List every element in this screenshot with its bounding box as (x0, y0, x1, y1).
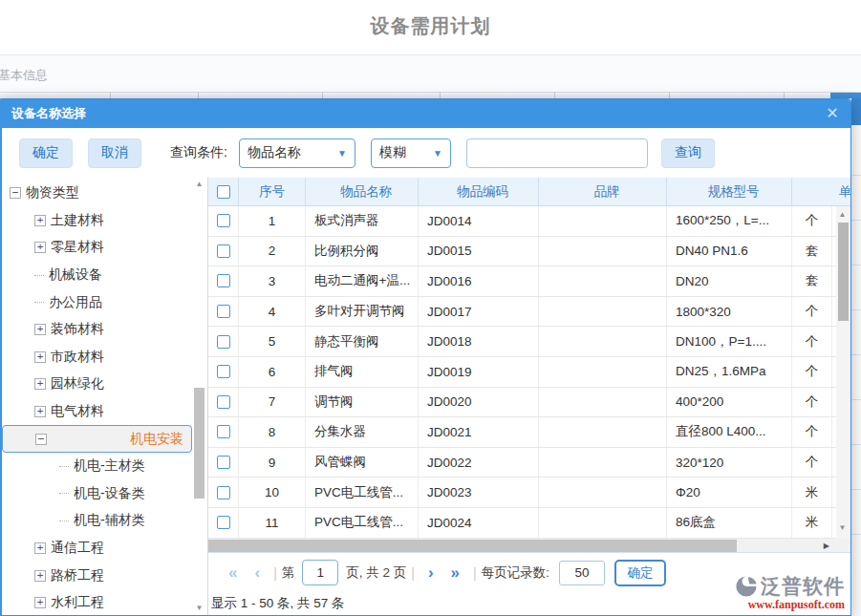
row-checkbox[interactable] (217, 456, 230, 469)
tree-item-label: 装饰材料 (51, 321, 104, 338)
tree-item-3[interactable]: 机械设备 (2, 262, 207, 289)
scroll-right-icon[interactable]: ▶ (824, 542, 829, 550)
tree-item-10[interactable]: 机电-主材类 (2, 453, 207, 480)
select-all-checkbox[interactable] (217, 185, 230, 199)
tree-item-7[interactable]: +园林绿化 (2, 371, 207, 398)
confirm-button[interactable]: 确定 (19, 138, 73, 168)
tree-item-2[interactable]: +零星材料 (2, 234, 207, 262)
cell-no: 7 (239, 388, 306, 417)
row-checkbox[interactable] (217, 365, 230, 378)
scroll-up-icon[interactable]: ▲ (836, 210, 849, 220)
tree-item-1[interactable]: +土建材料 (2, 207, 207, 235)
table-row[interactable]: 6排气阀JD0019DN25，1.6MPa个 (208, 357, 850, 388)
cell-brand (539, 327, 667, 356)
table-row[interactable]: 1板式消声器JD00141600*250，L=...个 (208, 206, 850, 237)
collapse-icon[interactable]: − (10, 187, 21, 199)
tree-item-14[interactable]: +路桥工程 (2, 562, 207, 589)
match-mode-select[interactable]: 模糊 ▼ (371, 138, 451, 168)
vendor-logo: 泛普软件 www.fanpusoft.com (719, 573, 845, 612)
tree-item-8[interactable]: +电气材料 (2, 398, 207, 426)
cell-no: 1 (239, 206, 306, 236)
h-scrollbar-thumb[interactable] (208, 540, 737, 552)
tree-item-4[interactable]: 办公用品 (2, 288, 207, 316)
tree-item-12[interactable]: 机电-辅材类 (2, 507, 207, 535)
expand-icon[interactable]: + (34, 406, 46, 417)
expand-icon[interactable]: + (34, 378, 46, 390)
tree-item-0[interactable]: −物资类型 (2, 180, 207, 207)
row-checkbox-cell (208, 448, 239, 478)
tree-scrollbar[interactable]: ▲ ▼ (193, 180, 205, 613)
row-checkbox[interactable] (217, 516, 230, 529)
first-page-icon[interactable]: « (228, 564, 237, 581)
table-row[interactable]: 8分集水器JD0021直径800 L400...个 (208, 417, 850, 448)
column-header-code[interactable]: 物品编码 (419, 178, 539, 205)
row-checkbox-cell (208, 327, 239, 356)
cancel-button[interactable]: 取消 (88, 138, 141, 168)
tree-item-13[interactable]: +通信工程 (2, 535, 207, 563)
row-checkbox[interactable] (217, 395, 230, 409)
close-icon[interactable]: ✕ (824, 106, 841, 121)
table-row[interactable]: 9风管蝶阀JD0022320*120个 (208, 448, 850, 478)
table-row[interactable]: 2比例积分阀JD0015DN40 PN1.6套 (208, 237, 850, 267)
search-button[interactable]: 查询 (661, 138, 715, 168)
expand-icon[interactable]: + (34, 570, 46, 582)
table-row[interactable]: 11PVC电工线管...JD002486底盒米 (208, 508, 850, 539)
row-checkbox[interactable] (217, 486, 230, 499)
tree-item-5[interactable]: +装饰材料 (2, 316, 207, 344)
dialog-toolbar: 确定 取消 查询条件: 物品名称 ▼ 模糊 ▼ 查询 (2, 128, 850, 178)
cell-code: JD0019 (419, 357, 539, 387)
tree-connector (34, 275, 44, 276)
table-vertical-scrollbar[interactable]: ▲ ▼ (836, 206, 850, 539)
scroll-down-icon[interactable]: ▼ (836, 523, 849, 533)
page-number-input[interactable] (302, 560, 338, 585)
row-checkbox[interactable] (217, 274, 230, 287)
search-input[interactable] (466, 138, 648, 168)
page-size-apply-button[interactable]: 确定 (614, 560, 666, 586)
expand-icon[interactable]: + (34, 351, 46, 363)
tree-item-15[interactable]: +水利工程 (2, 589, 207, 615)
tree-scrollbar-thumb[interactable] (194, 388, 204, 499)
row-checkbox[interactable] (217, 425, 230, 438)
table-row[interactable]: 10PVC电工线管...JD0023Φ20米 (208, 478, 850, 508)
row-checkbox-cell (208, 508, 239, 538)
expand-icon[interactable]: + (34, 542, 46, 554)
table-horizontal-scrollbar[interactable]: ▶ (208, 539, 850, 553)
column-header-no[interactable]: 序号 (239, 178, 306, 205)
column-header-brand[interactable]: 品牌 (539, 178, 667, 205)
table-row[interactable]: 5静态平衡阀JD0018DN100，P=1....个 (208, 327, 850, 357)
row-checkbox[interactable] (217, 214, 230, 227)
row-checkbox-cell (208, 417, 239, 447)
tree-item-6[interactable]: +市政材料 (2, 344, 207, 372)
dialog-titlebar[interactable]: 设备名称选择 ✕ (2, 99, 850, 128)
expand-icon[interactable]: + (34, 324, 46, 335)
cell-no: 4 (239, 297, 306, 327)
tree-connector (34, 302, 44, 303)
scroll-up-icon[interactable]: ▲ (193, 180, 205, 189)
page-size-input[interactable] (559, 561, 605, 585)
column-header-unit[interactable]: 单位 (792, 178, 850, 205)
tree-item-label: 市政材料 (51, 349, 104, 366)
row-checkbox[interactable] (217, 335, 230, 349)
prev-page-icon[interactable]: ‹ (254, 564, 260, 581)
row-checkbox-cell (208, 478, 239, 507)
row-checkbox-cell (208, 297, 239, 327)
table-scrollbar-thumb[interactable] (838, 223, 849, 321)
table-row[interactable]: 3电动二通阀+温...JD0016DN20套 (208, 266, 850, 297)
row-checkbox[interactable] (217, 244, 230, 258)
row-checkbox[interactable] (217, 305, 230, 318)
field-select[interactable]: 物品名称 ▼ (239, 138, 355, 168)
chevron-down-icon: ▼ (433, 148, 442, 159)
table-row[interactable]: 4多叶对开调节阀JD00171800*320个 (208, 297, 850, 328)
expand-icon[interactable]: + (34, 597, 46, 608)
column-header-name[interactable]: 物品名称 (306, 178, 419, 205)
tree-item-9[interactable]: −机电安装 (2, 425, 192, 453)
table-row[interactable]: 7调节阀JD0020400*200个 (208, 388, 850, 418)
tree-item-11[interactable]: 机电-设备类 (2, 480, 207, 508)
expand-icon[interactable]: + (34, 242, 46, 253)
last-page-icon[interactable]: » (451, 564, 460, 581)
next-page-icon[interactable]: › (428, 564, 434, 581)
expand-icon[interactable]: + (34, 215, 46, 226)
collapse-icon[interactable]: − (35, 434, 47, 445)
column-header-spec[interactable]: 规格型号 (667, 178, 792, 205)
scroll-down-icon[interactable]: ▼ (193, 604, 205, 613)
